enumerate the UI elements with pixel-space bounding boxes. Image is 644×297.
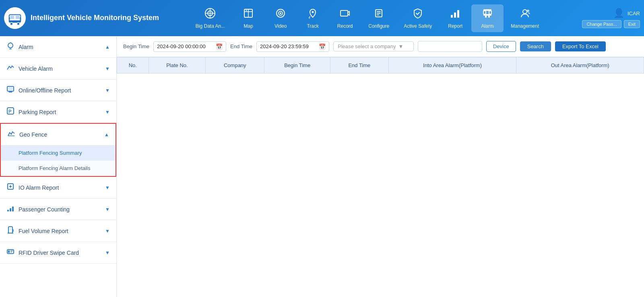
alarm-section-label: Alarm — [19, 44, 33, 50]
sidebar-item-rfid[interactable]: RFID Driver Swipe Card ▼ — [0, 242, 116, 263]
company-select[interactable]: Please select a company ▼ — [333, 41, 414, 51]
sidebar-item-alarm[interactable]: Alarm ▲ — [0, 36, 116, 57]
main-layout: Alarm ▲ Vehicle Alarm ▼ — [0, 36, 644, 297]
svg-rect-36 — [8, 87, 13, 90]
nav-label-record: Record — [337, 23, 353, 29]
app-title: Intelligent Vehicle Monitoring System — [31, 13, 159, 23]
sidebar-section-io-alarm: IO Alarm Report ▼ — [0, 177, 116, 199]
sidebar-item-platform-fencing-summary[interactable]: Platform Fencing Summary — [1, 145, 116, 161]
end-time-calendar-icon[interactable]: 📅 — [319, 43, 326, 50]
sidebar-section-passenger: Passenger Counting ▼ — [0, 199, 116, 220]
begin-time-field[interactable]: 📅 — [153, 41, 226, 52]
nav-item-management[interactable]: Management — [504, 4, 546, 32]
nav-item-alarm[interactable]: Alarm — [471, 4, 504, 32]
nav-item-report[interactable]: Report — [439, 4, 471, 32]
svg-rect-48 — [9, 228, 12, 230]
sidebar: Alarm ▲ Vehicle Alarm ▼ — [0, 36, 117, 297]
bus-icon — [7, 10, 23, 26]
nav-item-configure[interactable]: Configure — [361, 4, 396, 32]
svg-point-32 — [523, 10, 527, 14]
vehicle-alarm-chevron-icon: ▼ — [105, 66, 110, 72]
passenger-label: Passenger Counting — [19, 206, 70, 213]
parking-label: Parking Report — [19, 109, 56, 115]
col-out-area: Out Area Alarm(Platform) — [516, 57, 644, 74]
export-button[interactable]: Export To Excel — [555, 41, 606, 51]
sidebar-item-io-alarm[interactable]: IO Alarm Report ▼ — [0, 177, 116, 198]
svg-text:P: P — [8, 109, 11, 114]
sidebar-item-platform-fencing-alarm[interactable]: Platform Fencing Alarm Details — [1, 161, 116, 176]
fuel-icon — [6, 226, 14, 236]
nav-label-active-safety: Active Safety — [404, 23, 432, 29]
geo-fence-icon — [7, 129, 15, 139]
user-avatar-icon: 👤 — [613, 8, 624, 18]
passenger-chevron-icon: ▼ — [105, 207, 110, 212]
online-offline-icon — [6, 85, 14, 95]
end-time-field[interactable]: 📅 — [256, 41, 329, 52]
nav-item-map[interactable]: Map — [232, 4, 264, 32]
nav-label-report: Report — [448, 23, 462, 29]
nav-item-big-data[interactable]: Big Data An... — [188, 4, 232, 32]
sidebar-item-vehicle-alarm[interactable]: Vehicle Alarm ▼ — [0, 58, 116, 79]
svg-point-3 — [17, 23, 20, 25]
sidebar-section-vehicle-alarm: Vehicle Alarm ▼ — [0, 58, 116, 80]
alarm-chevron-icon: ▲ — [105, 44, 110, 50]
svg-rect-30 — [485, 16, 487, 18]
online-offline-label: Online/Offline Report — [19, 87, 71, 94]
svg-rect-24 — [454, 12, 456, 18]
sidebar-section-parking: P Parking Report ▼ — [0, 101, 116, 123]
toolbar: Begin Time 📅 End Time 📅 Please select a … — [117, 36, 644, 57]
sidebar-section-geo-fence: Geo Fence ▲ Platform Fencing Summary Pla… — [0, 123, 116, 177]
svg-rect-29 — [483, 14, 491, 16]
exit-button[interactable]: Exit — [624, 20, 640, 28]
col-end-time: End Time — [330, 57, 389, 74]
table-header-row: No. Plate No. Company Begin Time End Tim… — [117, 57, 644, 74]
sidebar-item-fuel[interactable]: Fuel Volume Report ▼ — [0, 220, 116, 242]
nav-user: 👤 ICAR — [613, 8, 640, 18]
sidebar-item-online-offline[interactable]: Online/Offline Report ▼ — [0, 80, 116, 101]
big-data-icon — [204, 8, 216, 22]
device-text-input[interactable] — [418, 41, 482, 52]
col-into-area: Into Area Alarm(Platform) — [388, 57, 516, 74]
svg-rect-20 — [377, 11, 381, 12]
sidebar-section-alarm: Alarm ▲ — [0, 36, 116, 58]
sidebar-item-parking[interactable]: P Parking Report ▼ — [0, 101, 116, 123]
sidebar-item-geo-fence[interactable]: Geo Fence ▲ — [1, 124, 116, 145]
col-begin-time: Begin Time — [264, 57, 330, 74]
nav-item-track[interactable]: Track — [297, 4, 329, 32]
svg-rect-18 — [341, 10, 348, 16]
nav-label-big-data: Big Data An... — [196, 23, 225, 29]
top-navigation: Intelligent Vehicle Monitoring System Bi… — [0, 0, 644, 36]
content-area: Begin Time 📅 End Time 📅 Please select a … — [117, 36, 644, 297]
svg-rect-5 — [16, 16, 20, 19]
svg-rect-31 — [488, 16, 490, 18]
sidebar-item-passenger[interactable]: Passenger Counting ▼ — [0, 199, 116, 220]
svg-rect-47 — [12, 207, 14, 211]
begin-time-calendar-icon[interactable]: 📅 — [216, 43, 223, 50]
map-icon — [243, 8, 254, 22]
end-time-input[interactable] — [260, 43, 316, 49]
active-safety-icon — [412, 8, 423, 22]
nav-item-record[interactable]: Record — [329, 4, 361, 32]
device-button[interactable]: Device — [486, 41, 516, 52]
begin-time-input[interactable] — [157, 43, 213, 49]
io-alarm-icon — [6, 182, 14, 193]
change-password-button[interactable]: Change Pass... — [582, 20, 621, 28]
data-table: No. Plate No. Company Begin Time End Tim… — [117, 57, 644, 74]
svg-rect-51 — [8, 250, 10, 253]
svg-rect-6 — [9, 17, 10, 20]
nav-label-alarm: Alarm — [481, 23, 494, 29]
svg-rect-4 — [10, 16, 14, 19]
nav-item-active-safety[interactable]: Active Safety — [396, 4, 439, 32]
svg-rect-27 — [489, 11, 491, 14]
search-button[interactable]: Search — [520, 41, 551, 51]
nav-label-configure: Configure — [368, 23, 389, 29]
nav-item-video[interactable]: Video — [264, 4, 297, 32]
parking-icon: P — [6, 107, 14, 117]
svg-rect-45 — [7, 210, 9, 211]
sidebar-section-rfid: RFID Driver Swipe Card ▼ — [0, 242, 116, 264]
col-no: No. — [117, 57, 149, 74]
passenger-icon — [6, 204, 14, 214]
nav-label-track: Track — [307, 23, 319, 29]
col-plate-no: Plate No. — [149, 57, 206, 74]
alarm-icon — [482, 8, 493, 22]
